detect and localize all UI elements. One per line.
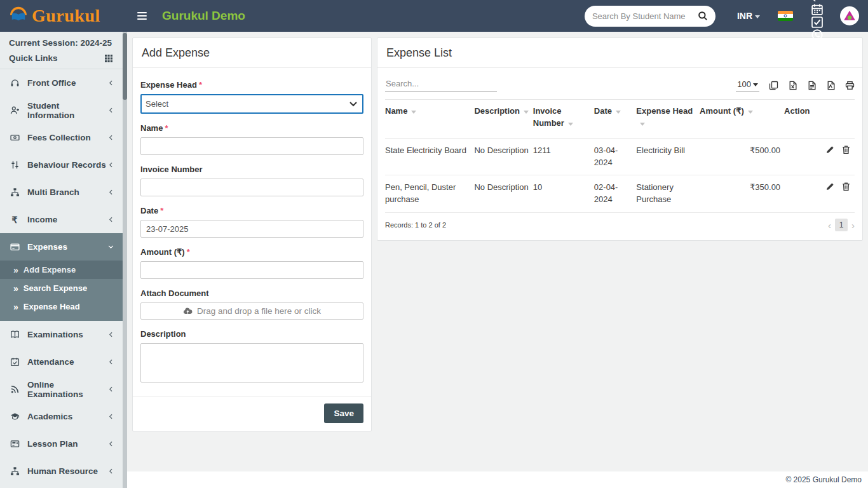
chevron-down-icon xyxy=(755,15,760,18)
column-header-expense-head[interactable]: Expense Head xyxy=(636,100,700,139)
student-search xyxy=(585,6,715,27)
sidebar-item-multi-branch[interactable]: Multi Branch xyxy=(0,179,127,206)
column-header-invoice-number[interactable]: Invoice Number xyxy=(533,100,594,139)
sidebar-item-human-resource[interactable]: Human Resource xyxy=(0,458,127,485)
name-label: Name* xyxy=(140,123,363,133)
expense-head-label: Expense Head* xyxy=(140,80,363,90)
sidebar-item-income[interactable]: ₹Income xyxy=(0,206,127,233)
sidebar-subitem-expense-head[interactable]: »Expense Head xyxy=(0,297,127,316)
sidebar-subitem-search-expense[interactable]: »Search Expense xyxy=(0,279,127,297)
amount-field[interactable] xyxy=(140,261,363,279)
sidebar-item-expenses[interactable]: Expenses xyxy=(0,233,127,261)
sidebar-subitem-add-expense[interactable]: »Add Expense xyxy=(0,261,127,279)
table-search-input[interactable] xyxy=(385,76,497,92)
chevron-left-icon xyxy=(107,161,114,168)
amount-label: Amount (₹)* xyxy=(140,247,363,257)
sidebar-item-examinations[interactable]: Examinations xyxy=(0,321,127,348)
app-logo[interactable]: Gurukul xyxy=(0,6,127,26)
file-pdf-icon[interactable] xyxy=(826,81,836,90)
print-icon[interactable] xyxy=(845,81,855,90)
attach-document-label: Attach Document xyxy=(140,288,363,298)
sidebar-scrollbar[interactable] xyxy=(123,32,127,488)
cell-invoice-number: 10 xyxy=(533,175,594,213)
chevron-left-icon xyxy=(107,331,114,338)
delete-trash-icon[interactable] xyxy=(841,182,851,193)
sidebar-item-lesson-plan[interactable]: Lesson Plan xyxy=(0,430,127,458)
grid-icon[interactable] xyxy=(104,54,113,63)
save-button[interactable]: Save xyxy=(324,403,363,423)
cell-date: 02-04-2024 xyxy=(594,175,637,213)
currency-label: INR xyxy=(737,11,752,21)
currency-selector[interactable]: INR xyxy=(737,11,760,21)
menu-toggle-icon[interactable] xyxy=(137,12,147,20)
chevron-left-icon xyxy=(107,468,114,475)
chevron-left-icon xyxy=(107,189,114,196)
sidebar-item-label: Income xyxy=(27,215,107,224)
sidebar-item-academics[interactable]: Academics xyxy=(0,403,127,430)
sidebar-item-attendance[interactable]: Attendance xyxy=(0,348,127,376)
sidebar-item-front-office[interactable]: Front Office xyxy=(0,69,127,97)
column-header-amount[interactable]: Amount (₹) xyxy=(700,100,784,139)
quick-links[interactable]: Quick Links xyxy=(9,53,113,63)
date-label: Date* xyxy=(140,206,363,215)
banknote-icon xyxy=(9,133,20,142)
student-search-input[interactable] xyxy=(592,11,694,21)
cell-name: State Electricity Board xyxy=(385,138,474,175)
calendar-check-icon xyxy=(9,357,20,367)
language-flag-india[interactable] xyxy=(778,11,793,21)
session-box: Current Session: 2024-25 Quick Links xyxy=(0,32,127,69)
expense-head-select[interactable]: Select xyxy=(140,94,363,114)
cell-action xyxy=(784,175,855,213)
sidebar-item-student-information[interactable]: Student Information xyxy=(0,97,127,124)
sliders-icon xyxy=(9,160,20,170)
records-count: Records: 1 to 2 of 2 xyxy=(385,221,446,229)
delete-trash-icon[interactable] xyxy=(841,145,851,156)
file-text-icon[interactable] xyxy=(807,81,817,90)
copy-icon[interactable] xyxy=(769,81,778,90)
date-field[interactable] xyxy=(140,220,363,238)
search-icon[interactable] xyxy=(698,11,708,21)
cell-description: No Description xyxy=(474,175,532,213)
cell-amount: ₹350.00 xyxy=(700,175,784,213)
sidebar-item-behaviour-records[interactable]: Behaviour Records xyxy=(0,151,127,179)
sidebar-item-label: Fees Collection xyxy=(27,133,107,142)
file-dropzone[interactable]: Drag and drop a file here or click xyxy=(140,302,363,320)
edit-pencil-icon[interactable] xyxy=(825,182,835,193)
current-page-badge[interactable]: 1 xyxy=(835,219,848,231)
sidebar-item-fees-collection[interactable]: Fees Collection xyxy=(0,124,127,151)
column-header-name[interactable]: Name xyxy=(385,100,474,139)
sidebar-subitem-label: Search Expense xyxy=(24,283,87,293)
sort-arrow-icon xyxy=(640,123,645,126)
invoice-number-label: Invoice Number xyxy=(140,165,363,174)
cell-date: 03-04-2024 xyxy=(594,138,637,175)
whatsapp-icon[interactable] xyxy=(811,29,824,41)
double-chevron-right-icon: » xyxy=(13,265,18,275)
page-size-select[interactable]: 100 xyxy=(736,79,759,92)
column-header-date[interactable]: Date xyxy=(594,100,637,139)
invoice-number-field[interactable] xyxy=(140,179,363,196)
sidebar-item-label: Attendance xyxy=(27,357,107,367)
column-header-description[interactable]: Description xyxy=(474,100,532,139)
quick-links-label: Quick Links xyxy=(9,53,58,63)
check-square-icon[interactable] xyxy=(811,16,824,29)
file-excel-icon[interactable] xyxy=(788,81,797,90)
next-page-button[interactable]: › xyxy=(851,220,855,230)
logo-text: Gurukul xyxy=(32,6,100,26)
prev-page-button[interactable]: ‹ xyxy=(828,220,831,230)
add-expense-title: Add Expense xyxy=(133,38,371,68)
user-plus-icon xyxy=(9,105,20,115)
sort-arrow-icon xyxy=(524,111,529,114)
sidebar-item-online-examinations[interactable]: Online Examinations xyxy=(0,376,127,403)
sort-arrow-icon xyxy=(411,111,416,114)
sidebar-nav: Front OfficeStudent InformationFees Coll… xyxy=(0,69,127,485)
name-field[interactable] xyxy=(140,137,363,155)
sort-arrow-icon xyxy=(616,111,621,114)
double-chevron-right-icon: » xyxy=(13,283,18,294)
cell-expense-head: Electricity Bill xyxy=(636,138,700,175)
description-field[interactable] xyxy=(140,343,363,383)
expense-list-title: Expense List xyxy=(377,38,862,68)
edit-pencil-icon[interactable] xyxy=(825,145,835,156)
sidebar-item-label: Behaviour Records xyxy=(27,160,107,170)
user-avatar[interactable] xyxy=(840,6,859,25)
calendar-icon[interactable] xyxy=(811,3,824,16)
